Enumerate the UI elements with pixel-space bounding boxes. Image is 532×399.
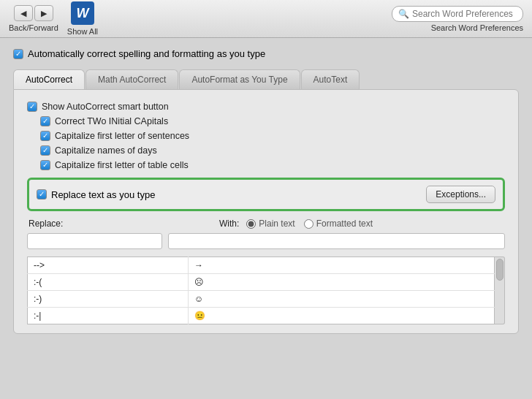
checkmark-icon: ✓ [39, 191, 45, 198]
show-autocorrect-checkbox[interactable]: ✓ [27, 102, 37, 112]
search-area: 🔍 Search Word Preferences [392, 6, 523, 32]
tab-autotext[interactable]: AutoText [301, 69, 360, 89]
formatted-text-radio-label[interactable]: Formatted text [304, 218, 373, 229]
search-input[interactable] [412, 9, 517, 19]
checkmark-icon: ✓ [29, 103, 35, 110]
back-icon: ◀ [20, 9, 26, 18]
replace-cell: --> [28, 257, 189, 274]
with-label: With: [219, 218, 239, 229]
replace-cell: :-) [28, 291, 189, 308]
top-checkbox-row: ✓ Automatically correct spelling and for… [13, 48, 519, 59]
capitalize-table-cells-label: Capitalize first letter of table cells [55, 160, 189, 170]
radio-group: Plain text Formatted text [246, 218, 373, 229]
main-content: ✓ Automatically correct spelling and for… [0, 38, 532, 399]
formatted-text-radio[interactable] [304, 219, 314, 229]
correct-two-capitals-label: Correct TWo INitial CApitals [55, 116, 168, 126]
table-row[interactable]: :-( ☹ [28, 274, 495, 291]
replace-text-label: Replace text as you type [51, 189, 155, 200]
replace-cell: :-( [28, 274, 189, 291]
checkbox-row-1: ✓ Capitalize first letter of sentences [27, 131, 505, 141]
show-autocorrect-label: Show AutoCorrect smart button [42, 102, 169, 112]
tab-autocorrect[interactable]: AutoCorrect [13, 69, 85, 89]
search-label: Search Word Preferences [431, 23, 523, 32]
search-box[interactable]: 🔍 [392, 6, 523, 22]
table-row[interactable]: :-) ☺ [28, 291, 495, 308]
tab-autoformat[interactable]: AutoFormat as You Type [179, 69, 300, 89]
tab-math-autocorrect[interactable]: Math AutoCorrect [86, 69, 178, 89]
nav-label: Back/Forward [9, 23, 58, 32]
show-autocorrect-row: ✓ Show AutoCorrect smart button [27, 102, 505, 112]
forward-icon: ▶ [41, 9, 47, 18]
show-all-section: W Show All [67, 1, 98, 36]
replace-input[interactable] [27, 233, 162, 249]
search-icon: 🔍 [398, 9, 409, 19]
capitalize-table-cells-checkbox[interactable]: ✓ [40, 160, 50, 170]
scrollbar-thumb[interactable] [496, 259, 503, 281]
table-row[interactable]: :-| 😐 [28, 308, 495, 324]
replace-label: Replace: [28, 218, 69, 229]
capitalize-days-checkbox[interactable]: ✓ [40, 145, 50, 156]
checkmark-icon: ✓ [42, 132, 48, 140]
replace-table-wrapper: --> → :-( ☹ :-) ☺ :-| 😐 [27, 256, 505, 324]
checkmark-icon: ✓ [42, 118, 48, 125]
exceptions-button[interactable]: Exceptions... [426, 186, 495, 203]
plain-text-label: Plain text [259, 218, 294, 229]
replace-text-checkbox[interactable]: ✓ [37, 189, 47, 200]
capitalize-sentences-label: Capitalize first letter of sentences [55, 131, 189, 141]
replace-text-left: ✓ Replace text as you type [37, 189, 155, 200]
with-cell: 😐 [189, 308, 495, 324]
with-input[interactable] [168, 233, 505, 249]
back-button[interactable]: ◀ [14, 5, 33, 21]
replace-table: --> → :-( ☹ :-) ☺ :-| 😐 [27, 256, 495, 324]
checkbox-row-0: ✓ Correct TWo INitial CApitals [27, 116, 505, 126]
checkmark-icon: ✓ [42, 162, 48, 169]
checkbox-row-2: ✓ Capitalize names of days [27, 145, 505, 156]
tab-bar: AutoCorrect Math AutoCorrect AutoFormat … [13, 69, 519, 89]
toolbar: ◀ ▶ Back/Forward W Show All 🔍 Search Wor… [0, 0, 532, 38]
nav-buttons: ◀ ▶ [14, 5, 53, 21]
with-cell: → [189, 257, 495, 274]
nav-section: ◀ ▶ Back/Forward [9, 5, 58, 32]
correct-two-capitals-checkbox[interactable]: ✓ [40, 116, 50, 126]
scrollbar[interactable] [495, 256, 505, 324]
replace-with-row: Replace: With: Plain text Formatted text [27, 218, 505, 229]
replace-cell: :-| [28, 308, 189, 324]
capitalize-sentences-checkbox[interactable]: ✓ [40, 131, 50, 141]
plain-text-radio[interactable] [246, 219, 256, 229]
capitalize-days-label: Capitalize names of days [55, 145, 157, 156]
formatted-text-label: Formatted text [316, 218, 373, 229]
auto-correct-label: Automatically correct spelling and forma… [28, 48, 265, 59]
checkmark-icon: ✓ [15, 50, 21, 58]
replace-text-highlight-box: ✓ Replace text as you type Exceptions... [27, 178, 505, 211]
show-all-label: Show All [67, 27, 98, 36]
table-row[interactable]: --> → [28, 257, 495, 274]
checkmark-icon: ✓ [42, 147, 48, 154]
word-icon: W [71, 1, 94, 25]
auto-correct-checkbox[interactable]: ✓ [13, 49, 23, 59]
with-cell: ☺ [189, 291, 495, 308]
input-fields-row [27, 233, 505, 249]
panel: ✓ Show AutoCorrect smart button ✓ Correc… [13, 89, 519, 334]
forward-button[interactable]: ▶ [34, 5, 53, 21]
checkbox-row-3: ✓ Capitalize first letter of table cells [27, 160, 505, 170]
with-cell: ☹ [189, 274, 495, 291]
plain-text-radio-label[interactable]: Plain text [246, 218, 294, 229]
